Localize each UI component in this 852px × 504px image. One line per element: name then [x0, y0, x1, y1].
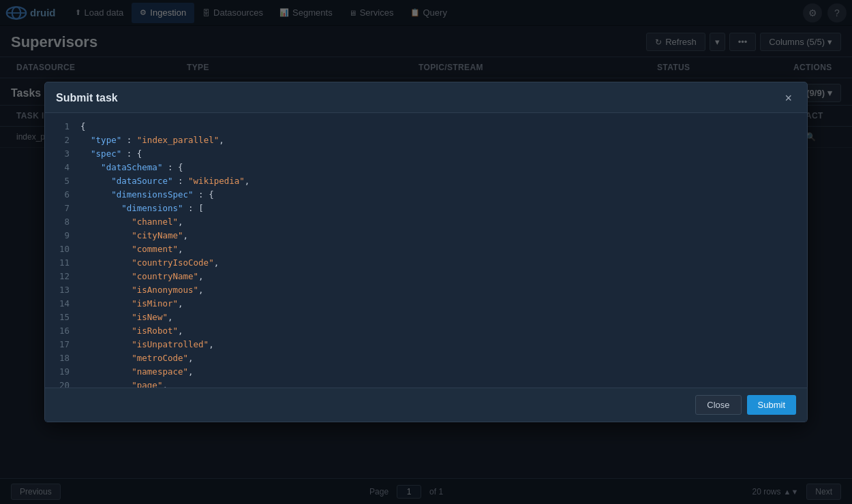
modal-header: Submit task × [45, 82, 807, 113]
code-editor: 12345 678910 1112131415 1617181920 21222… [56, 120, 796, 388]
submit-task-modal: Submit task × 12345 678910 1112131415 16… [44, 82, 808, 422]
modal-title: Submit task [56, 92, 118, 104]
modal-footer: Close Submit [45, 388, 807, 422]
line-numbers: 12345 678910 1112131415 1617181920 21222… [56, 120, 80, 388]
submit-button[interactable]: Submit [747, 395, 796, 415]
modal-overlay: Submit task × 12345 678910 1112131415 16… [0, 0, 852, 504]
code-text: { "type" : "index_parallel", "spec" : { … [80, 120, 796, 388]
close-button[interactable]: Close [695, 395, 741, 415]
modal-close-x-button[interactable]: × [780, 91, 796, 106]
modal-body[interactable]: 12345 678910 1112131415 1617181920 21222… [45, 113, 807, 388]
